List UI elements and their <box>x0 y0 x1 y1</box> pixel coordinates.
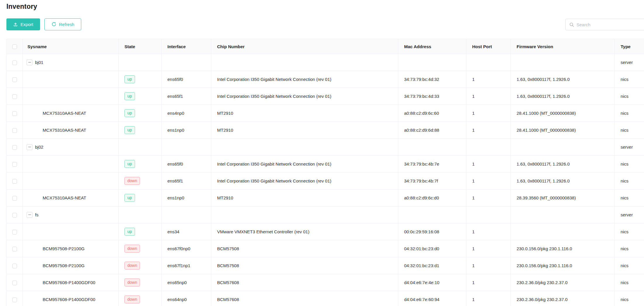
chip-number-cell: Intel Corporation I350 Gigabit Network C… <box>211 71 398 88</box>
chip-number-cell <box>211 206 398 223</box>
chip-number-cell: MT2910 <box>211 122 398 139</box>
table-row: MCX75310AAS-NEATupens1np0MT2910a0:88:c2:… <box>7 122 644 139</box>
state-badge: up <box>124 126 135 134</box>
state-cell: up <box>119 122 162 139</box>
row-checkbox[interactable] <box>12 77 17 82</box>
interface-cell: ens65np0 <box>162 274 211 291</box>
mac-address-cell: d4:04:e6:7e:60:94 <box>398 291 466 306</box>
export-button[interactable]: Export <box>6 18 40 30</box>
column-header-interface: Interface <box>162 39 211 54</box>
interface-cell: ens1np0 <box>162 189 211 206</box>
firmware-version-cell <box>511 206 615 223</box>
minus-icon <box>28 62 31 62</box>
checkbox-cell <box>7 156 23 173</box>
row-checkbox[interactable] <box>12 213 17 218</box>
row-checkbox[interactable] <box>12 298 17 302</box>
table-row: upens34VMware VMXNET3 Ethernet Controlle… <box>7 223 644 240</box>
state-badge: up <box>124 75 135 83</box>
type-cell: nics <box>615 257 644 274</box>
type-cell: nics <box>615 71 644 88</box>
sysname-cell <box>23 173 119 189</box>
checkbox-cell <box>7 122 23 139</box>
mac-address-cell: 34:73:79:bc:4d:33 <box>398 88 466 105</box>
mac-address-cell <box>398 139 466 156</box>
interface-cell: ens67f0np0 <box>162 240 211 257</box>
collapse-button[interactable] <box>27 212 32 218</box>
firmware-version-cell: 230.0.156.0/pkg 230.1.116.0 <box>511 257 615 274</box>
mac-address-cell: 00:0c:29:59:16:08 <box>398 223 466 240</box>
table-row: BCM957508-P2100Gdownens67f0np0BCM5750804… <box>7 240 644 257</box>
sysname-cell: BCM957508-P2100G <box>23 240 119 257</box>
host-port-cell: 1 <box>466 240 511 257</box>
sysname-label: fs <box>35 212 39 217</box>
chip-number-cell: MT2910 <box>211 105 398 122</box>
row-checkbox[interactable] <box>12 128 17 133</box>
row-checkbox[interactable] <box>12 230 17 234</box>
table-row: downens65f1Intel Corporation I350 Gigabi… <box>7 173 644 189</box>
toolbar: Inventory Export Refresh <box>0 0 644 35</box>
row-checkbox[interactable] <box>12 179 17 184</box>
state-cell: down <box>119 257 162 274</box>
state-badge: down <box>124 295 140 303</box>
mac-address-cell: 34:73:79:bc:4b:7e <box>398 156 466 173</box>
sysname-label: MCX75310AAS-NEAT <box>43 128 86 133</box>
firmware-version-cell: 28.41.1000 (MT_0000000838) <box>511 105 615 122</box>
chip-number-cell: Intel Corporation I350 Gigabit Network C… <box>211 156 398 173</box>
row-checkbox[interactable] <box>12 60 17 65</box>
firmware-version-cell: 28.39.3560 (MT_0000000838) <box>511 189 615 206</box>
host-port-cell <box>466 54 511 71</box>
select-all-header-cell <box>7 39 23 54</box>
table-row: BCM957608-P1400GDF00downens65np0BCM57608… <box>7 274 644 291</box>
table-row: MCX75310AAS-NEATupens1np0MT2910a0:88:c2:… <box>7 189 644 206</box>
refresh-button[interactable]: Refresh <box>44 18 81 30</box>
table-row-group: bj02server <box>7 139 644 156</box>
interface-cell: ens65f1 <box>162 88 211 105</box>
mac-address-cell: 34:73:79:bc:4b:7f <box>398 173 466 189</box>
mac-address-cell <box>398 206 466 223</box>
minus-icon <box>28 147 31 147</box>
interface-cell: ens4np0 <box>162 105 211 122</box>
interface-cell: ens65f0 <box>162 156 211 173</box>
refresh-icon <box>51 22 56 27</box>
interface-cell <box>162 54 211 71</box>
sysname-cell <box>23 156 119 173</box>
firmware-version-cell: 230.0.156.0/pkg 230.1.116.0 <box>511 240 615 257</box>
host-port-cell: 1 <box>466 156 511 173</box>
sysname-label: MCX75310AAS-NEAT <box>43 195 86 200</box>
table-row: BCM957508-P2100Gdownens67f1np1BCM5750804… <box>7 257 644 274</box>
sysname-label: BCM957608-P1400GDF00 <box>43 297 95 302</box>
row-checkbox[interactable] <box>12 94 17 99</box>
row-checkbox[interactable] <box>12 111 17 116</box>
mac-address-cell: a0:88:c2:d9:6c:60 <box>398 105 466 122</box>
export-button-label: Export <box>20 22 33 27</box>
state-badge: down <box>124 177 140 185</box>
host-port-cell <box>466 139 511 156</box>
state-cell: up <box>119 88 162 105</box>
checkbox-cell <box>7 173 23 189</box>
mac-address-cell: 04:32:01:bc:23:d0 <box>398 240 466 257</box>
chip-number-cell <box>211 139 398 156</box>
row-checkbox[interactable] <box>12 196 17 201</box>
row-checkbox[interactable] <box>12 162 17 167</box>
host-port-cell: 1 <box>466 71 511 88</box>
sysname-cell <box>23 71 119 88</box>
state-cell: up <box>119 156 162 173</box>
row-checkbox[interactable] <box>12 281 17 285</box>
select-all-checkbox[interactable] <box>12 44 17 49</box>
type-cell: nics <box>615 156 644 173</box>
mac-address-cell: 04:32:01:bc:23:d1 <box>398 257 466 274</box>
firmware-version-cell: 1.63, 0x8000117f, 1.2926.0 <box>511 173 615 189</box>
row-checkbox[interactable] <box>12 264 17 268</box>
interface-cell: ens65f0 <box>162 71 211 88</box>
state-cell: down <box>119 274 162 291</box>
state-cell: down <box>119 291 162 306</box>
sysname-cell: MCX75310AAS-NEAT <box>23 189 119 206</box>
search-input[interactable] <box>577 22 644 27</box>
sysname-cell: MCX75310AAS-NEAT <box>23 122 119 139</box>
collapse-button[interactable] <box>27 60 32 65</box>
state-badge: down <box>124 245 140 253</box>
row-checkbox[interactable] <box>12 145 17 150</box>
firmware-version-cell: 1.63, 0x8000117f, 1.2926.0 <box>511 88 615 105</box>
row-checkbox[interactable] <box>12 247 17 251</box>
collapse-button[interactable] <box>27 144 32 150</box>
